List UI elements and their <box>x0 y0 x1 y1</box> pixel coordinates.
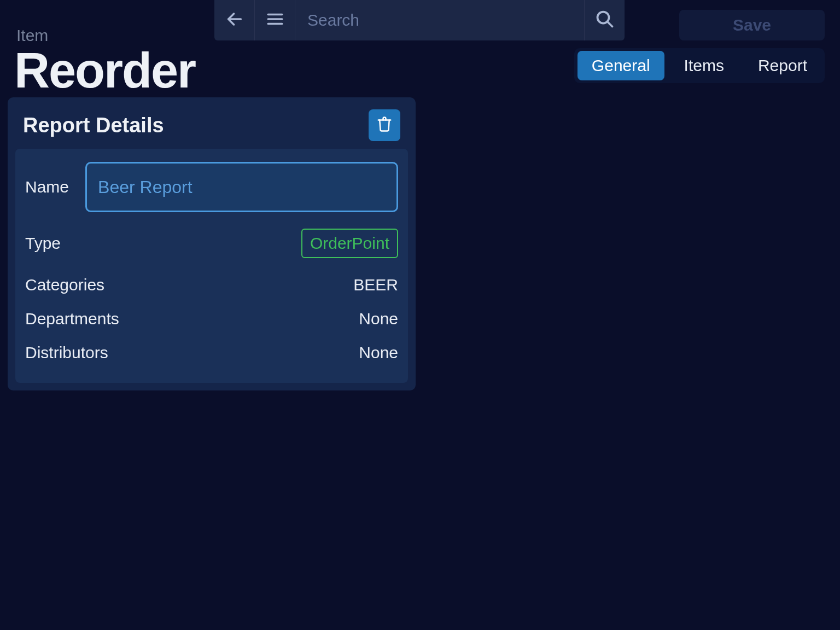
type-label: Type <box>25 234 61 253</box>
departments-value: None <box>359 310 398 328</box>
card-header: Report Details <box>15 105 408 149</box>
name-label: Name <box>25 178 69 196</box>
name-input-wrap <box>85 162 398 212</box>
tabs: General Items Report <box>574 48 825 83</box>
categories-value: BEER <box>353 276 398 294</box>
distributors-value: None <box>359 343 398 362</box>
categories-label: Categories <box>25 276 104 294</box>
field-row-categories[interactable]: Categories BEER <box>25 268 398 302</box>
search-field-wrap <box>295 0 584 40</box>
search-icon <box>595 9 615 31</box>
back-button[interactable] <box>214 0 255 40</box>
distributors-label: Distributors <box>25 343 108 362</box>
tab-report[interactable]: Report <box>744 51 821 80</box>
departments-label: Departments <box>25 310 119 328</box>
name-input[interactable] <box>85 162 398 212</box>
svg-line-5 <box>607 22 612 27</box>
card-title: Report Details <box>23 114 164 137</box>
top-toolbar <box>214 0 625 40</box>
delete-button[interactable] <box>369 109 400 141</box>
trash-icon <box>376 116 393 135</box>
card-body: Name Type OrderPoint Categories BEER Dep… <box>15 149 408 383</box>
type-badge[interactable]: OrderPoint <box>301 229 398 258</box>
menu-button[interactable] <box>255 0 295 40</box>
save-button-label: Save <box>733 16 771 34</box>
save-button[interactable]: Save <box>679 10 825 40</box>
search-button[interactable] <box>584 0 625 40</box>
tab-items[interactable]: Items <box>670 51 738 80</box>
report-details-card: Report Details Name Type OrderPoint Cate… <box>8 97 416 390</box>
page-title: Reorder <box>14 43 195 99</box>
arrow-left-icon <box>225 10 244 31</box>
field-row-name: Name <box>25 159 398 218</box>
tab-general[interactable]: General <box>578 51 664 80</box>
field-row-distributors[interactable]: Distributors None <box>25 336 398 370</box>
field-row-type: Type OrderPoint <box>25 218 398 268</box>
field-row-departments[interactable]: Departments None <box>25 302 398 336</box>
search-input[interactable] <box>307 11 572 30</box>
hamburger-icon <box>266 10 284 31</box>
page-eyebrow: Item <box>16 26 48 45</box>
